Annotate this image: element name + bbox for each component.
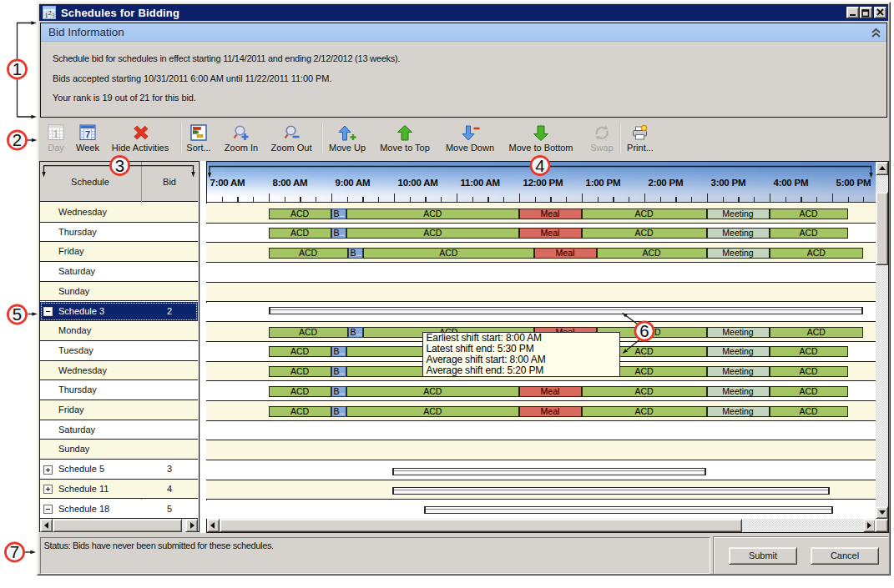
- svg-text:7: 7: [85, 129, 90, 139]
- svg-text:7: 7: [10, 542, 19, 561]
- svg-text:3: 3: [52, 12, 55, 18]
- svg-text:2: 2: [13, 130, 22, 149]
- svg-text:5: 5: [13, 304, 22, 324]
- svg-text:1: 1: [53, 128, 59, 140]
- svg-text:1: 1: [13, 59, 22, 78]
